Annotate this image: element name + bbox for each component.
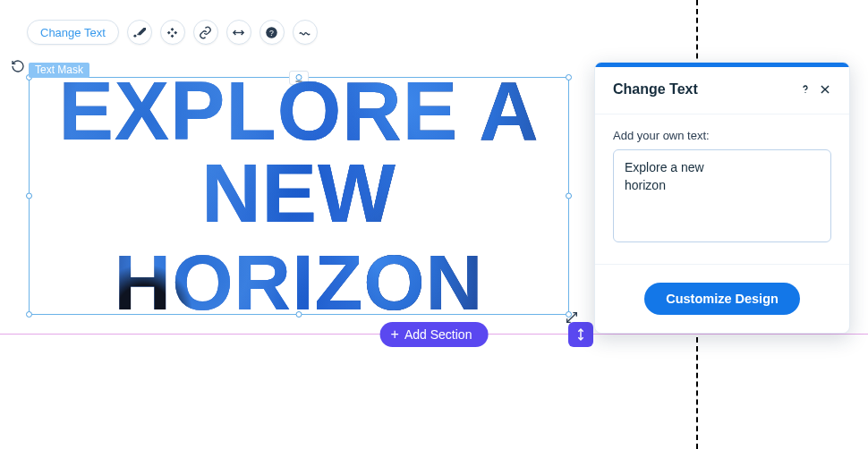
floating-toolbar: Change Text ? <box>27 20 318 45</box>
customize-design-button[interactable]: Customize Design <box>644 283 800 315</box>
panel-help-icon[interactable] <box>796 80 815 99</box>
mask-text-line1: EXPLORE A NEW <box>30 70 568 234</box>
panel-title: Change Text <box>613 81 796 97</box>
change-text-button[interactable]: Change Text <box>27 20 119 45</box>
text-mask-content[interactable]: EXPLORE A NEW HORIZON <box>30 78 568 314</box>
plus-icon: + <box>391 327 399 342</box>
wave-icon[interactable] <box>293 20 318 45</box>
close-icon[interactable] <box>815 80 835 99</box>
stretch-vertical-button[interactable] <box>568 322 593 347</box>
text-content-input[interactable] <box>613 149 831 242</box>
animation-icon[interactable] <box>160 20 185 45</box>
change-text-panel: Change Text Add your own text: Customize… <box>594 62 850 334</box>
panel-footer: Customize Design <box>595 265 849 333</box>
help-icon[interactable]: ? <box>260 20 285 45</box>
element-tag: Text Mask <box>29 63 89 78</box>
brush-icon[interactable] <box>127 20 152 45</box>
stretch-horizontal-icon[interactable] <box>226 20 251 45</box>
svg-point-2 <box>804 92 805 93</box>
add-section-label: Add Section <box>404 327 472 342</box>
selection-frame[interactable]: EXPLORE A NEW HORIZON <box>29 77 569 315</box>
panel-header: Change Text <box>595 67 849 114</box>
panel-field-label: Add your own text: <box>613 129 831 142</box>
resize-cursor-icon <box>565 310 579 325</box>
svg-text:?: ? <box>269 28 274 37</box>
link-icon[interactable] <box>193 20 218 45</box>
panel-body: Add your own text: <box>595 114 849 265</box>
mask-text-line2: HORIZON <box>115 243 484 322</box>
undo-icon[interactable] <box>9 57 27 75</box>
